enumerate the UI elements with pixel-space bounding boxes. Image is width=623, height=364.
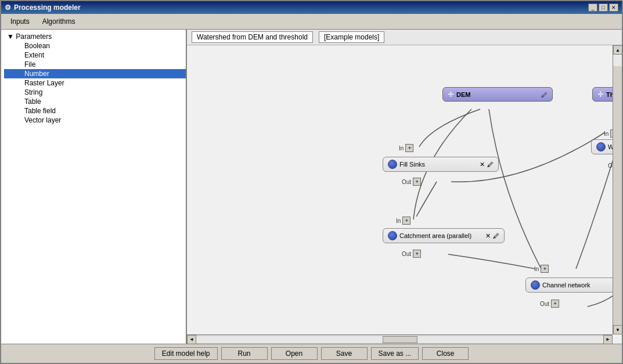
save-button[interactable]: Save	[321, 347, 368, 360]
scroll-up-button[interactable]: ▲	[613, 45, 622, 55]
channel-out-port: Out +	[540, 300, 559, 308]
tree-item-extent[interactable]: Extent	[4, 51, 186, 60]
dem-plus-icon: ✛	[448, 90, 454, 99]
app-title: Processing modeler	[14, 3, 81, 12]
model-title[interactable]: Watershed from DEM and threshold	[192, 31, 313, 43]
bottom-toolbar: Edit model help Run Open Save Save as ..…	[1, 344, 622, 363]
catchment-out-port: Out +	[402, 250, 421, 258]
tree-item-table-field[interactable]: Table field	[4, 106, 186, 116]
expand-icon: ▼	[7, 33, 16, 41]
tree-item-parameters[interactable]: ▼ Parameters	[4, 32, 186, 41]
main-window: ⚙ Processing modeler _ □ ✕ Inputs Algori…	[0, 0, 623, 364]
node-channel-network[interactable]: Channel network ✕ 🖉	[525, 277, 622, 293]
canvas-header: Watershed from DEM and threshold [Exampl…	[187, 30, 622, 45]
menu-bar: Inputs Algorithms	[1, 14, 622, 30]
app-icon: ⚙	[5, 3, 11, 12]
fill-sinks-globe-icon	[388, 160, 397, 169]
tree-item-string[interactable]: String	[4, 88, 186, 97]
channel-globe-icon	[531, 280, 540, 290]
edit-model-help-button[interactable]: Edit model help	[154, 347, 218, 360]
tab-algorithms[interactable]: Algorithms	[36, 16, 82, 27]
channel-out-btn[interactable]: +	[551, 300, 559, 308]
save-as-button[interactable]: Save as ...	[371, 347, 419, 360]
model-canvas: ✛ DEM 🖉 ✛ Threshold for channel def... 🖉…	[187, 45, 622, 344]
tree-item-boolean[interactable]: Boolean	[4, 41, 186, 51]
catchment-globe-icon	[388, 231, 397, 240]
maximize-button[interactable]: □	[599, 3, 608, 12]
scroll-down-button[interactable]: ▼	[613, 325, 622, 334]
catchment-out-btn[interactable]: +	[413, 250, 421, 258]
left-panel: ▼ Parameters Boolean Extent File Number …	[1, 30, 187, 344]
catchment-edit[interactable]: 🖉	[493, 232, 499, 239]
run-button[interactable]: Run	[221, 347, 268, 360]
fill-sinks-out-btn[interactable]: +	[413, 178, 421, 186]
fill-sinks-in-btn[interactable]: +	[405, 144, 413, 152]
catchment-in-port: In +	[396, 217, 410, 225]
scrollbar-vertical[interactable]: ▲ ▼	[613, 45, 622, 334]
example-label: [Example models]	[319, 31, 384, 43]
node-catchment-area[interactable]: Catchment area (parallel) ✕ 🖉	[383, 228, 505, 243]
catchment-label: Catchment area (parallel)	[399, 232, 483, 239]
fill-sinks-in-port: In +	[399, 144, 413, 152]
channel-label: Channel network	[542, 282, 620, 289]
title-bar: ⚙ Processing modeler _ □ ✕	[1, 1, 622, 14]
fill-sinks-close[interactable]: ✕	[480, 161, 485, 168]
tab-inputs[interactable]: Inputs	[4, 16, 36, 27]
tree-item-raster-layer[interactable]: Raster Layer	[4, 78, 186, 88]
canvas-area: Watershed from DEM and threshold [Exampl…	[187, 30, 622, 344]
title-bar-controls: _ □ ✕	[588, 3, 618, 12]
channel-in-port: In +	[534, 265, 549, 273]
tree-item-table[interactable]: Table	[4, 97, 186, 106]
tree-item-number[interactable]: Number	[4, 69, 186, 78]
scroll-left-button[interactable]: ◄	[187, 335, 196, 344]
open-button[interactable]: Open	[271, 347, 318, 360]
channel-in-btn[interactable]: +	[541, 265, 549, 273]
minimize-button[interactable]: _	[588, 3, 597, 12]
node-fill-sinks[interactable]: Fill Sinks ✕ 🖉	[383, 157, 499, 172]
parameters-tree: ▼ Parameters Boolean Extent File Number …	[1, 30, 186, 125]
scroll-right-button[interactable]: ►	[603, 335, 613, 344]
tree-item-file[interactable]: File	[4, 60, 186, 69]
canvas-scrollable: ✛ DEM 🖉 ✛ Threshold for channel def... 🖉…	[187, 45, 622, 344]
scrollbar-horizontal[interactable]: ◄ ►	[187, 334, 613, 344]
close-button[interactable]: Close	[422, 347, 469, 360]
dem-label: DEM	[456, 91, 539, 98]
watershed-basins-globe-icon	[596, 142, 606, 152]
title-bar-left: ⚙ Processing modeler	[5, 3, 81, 12]
fill-sinks-edit[interactable]: 🖉	[487, 161, 494, 168]
threshold-plus-icon: ✛	[597, 90, 604, 99]
catchment-close[interactable]: ✕	[485, 232, 491, 240]
tree-item-vector-layer[interactable]: Vector layer	[4, 116, 186, 125]
content-area: ▼ Parameters Boolean Extent File Number …	[1, 30, 622, 344]
catchment-in-btn[interactable]: +	[402, 217, 410, 225]
fill-sinks-label: Fill Sinks	[399, 161, 477, 168]
dem-edit-icon[interactable]: 🖉	[541, 91, 548, 98]
close-window-button[interactable]: ✕	[609, 3, 618, 12]
node-dem[interactable]: ✛ DEM 🖉	[442, 87, 553, 102]
fill-sinks-out-port: Out +	[402, 178, 421, 186]
